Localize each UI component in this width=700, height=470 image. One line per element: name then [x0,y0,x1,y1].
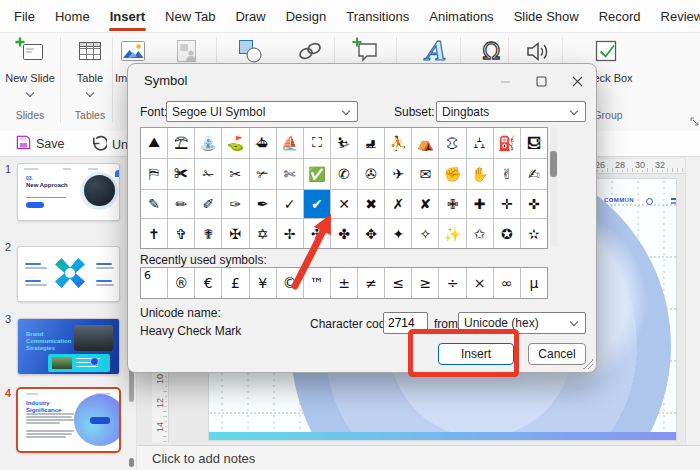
recent-symbol-cell[interactable]: ® [168,268,194,298]
recent-symbol-cell[interactable]: ¥ [250,268,276,298]
symbol-cell[interactable]: ⛴ [250,128,276,158]
menu-item-slide-show[interactable]: Slide Show [504,1,589,32]
symbol-cell[interactable]: ✢ [277,219,303,248]
menu-item-design[interactable]: Design [276,1,336,32]
symbol-cell[interactable]: ✒ [250,190,276,219]
slide-thumbnail-3[interactable]: Brand Communication Strategies [17,318,120,375]
menu-item-new-tab[interactable]: New Tab [155,1,225,32]
menu-item-file[interactable]: File [4,1,45,32]
symbol-cell[interactable]: ✌ [494,159,520,189]
recent-symbol-cell[interactable]: ≠ [358,268,384,298]
dialog-launcher-icon[interactable] [690,112,699,121]
symbol-cell[interactable]: ✗ [385,190,411,219]
symbol-cell[interactable]: ⛷ [331,128,357,158]
new-slide-button[interactable]: New Slide [2,36,58,103]
menu-item-review[interactable]: Review [651,1,700,32]
symbol-cell[interactable]: ✜ [521,190,547,219]
recent-symbol-cell[interactable]: £ [222,268,248,298]
close-icon[interactable] [562,70,592,92]
symbol-cell[interactable]: ✠ [222,219,248,248]
symbol-cell[interactable]: ⛵ [277,128,303,158]
menu-item-record[interactable]: Record [589,1,651,32]
symbol-cell[interactable]: ⛽ [494,128,520,158]
panel-scrollbar-end[interactable] [129,458,134,467]
notes-pane[interactable]: Click to add notes [137,445,700,470]
cancel-button[interactable]: Cancel [528,343,586,365]
insert-button[interactable]: Insert [438,343,514,365]
symbol-cell[interactable]: ⛰ [141,128,167,158]
menu-item-draw[interactable]: Draw [225,1,275,32]
symbol-cell[interactable]: ✘ [412,190,438,219]
recent-symbol-cell[interactable]: © [277,268,303,298]
symbol-cell[interactable]: ⛾ [521,128,547,158]
symbol-cell[interactable]: ⛱ [168,128,194,158]
menu-item-insert[interactable]: Insert [100,1,155,32]
symbol-cell[interactable]: ✏ [168,190,194,219]
symbol-cell[interactable]: ✙ [439,190,465,219]
symbol-cell[interactable]: ✖ [358,190,384,219]
symbol-cell[interactable]: ✅ [304,159,330,189]
slide-thumbnail-2[interactable] [17,246,120,302]
symbol-cell[interactable]: ⛸ [358,128,384,158]
recent-symbol-cell[interactable]: 6 [141,268,167,298]
symbol-cell[interactable]: ⛳ [222,128,248,158]
scrollbar-thumb[interactable] [550,151,557,177]
symbol-cell[interactable]: ⛹ [385,128,411,158]
recent-symbol-cell[interactable]: × [467,268,493,298]
symbol-cell[interactable]: ⛶ [304,128,330,158]
symbol-cell[interactable]: ✉ [412,159,438,189]
canvas-scrollbar[interactable] [685,157,700,445]
maximize-button[interactable] [526,70,556,92]
menu-item-home[interactable]: Home [45,1,100,32]
symbol-cell[interactable]: ✃ [250,159,276,189]
symbol-cell[interactable]: ✟ [195,219,221,248]
recent-symbol-cell[interactable]: ∞ [494,268,520,298]
symbol-cell[interactable]: ✫ [521,219,547,248]
symbol-cell[interactable]: ⛲ [195,128,221,158]
symbol-cell[interactable]: ✪ [494,219,520,248]
symbol-cell[interactable]: ✂ [222,159,248,189]
symbol-cell[interactable]: ✈ [385,159,411,189]
symbol-cell[interactable]: ✓ [277,190,303,219]
symbol-cell[interactable]: ✚ [467,190,493,219]
symbol-cell[interactable]: ✇ [358,159,384,189]
symbol-cell[interactable]: ✑ [222,190,248,219]
symbol-cell[interactable]: ✝ [141,219,167,248]
recent-symbol-cell[interactable]: ≤ [385,268,411,298]
symbol-cell[interactable]: ✤ [331,219,357,248]
menu-item-animations[interactable]: Animations [419,1,503,32]
symbol-cell[interactable]: ✐ [195,190,221,219]
symbol-cell[interactable]: ✨ [439,219,465,248]
slide-thumbnail-1[interactable]: 03. New Approach [17,163,120,221]
character-code-input[interactable] [383,312,428,334]
symbol-cell[interactable]: ✛ [494,190,520,219]
symbol-cell[interactable]: ✎ [141,190,167,219]
symbol-cell[interactable]: ✆ [331,159,357,189]
recent-symbol-cell[interactable]: ≥ [412,268,438,298]
subset-combobox[interactable]: Dingbats [436,101,586,122]
symbol-cell[interactable]: ✦ [385,219,411,248]
symbol-cell[interactable]: ✀ [168,159,194,189]
dialog-resize-grip[interactable] [583,359,593,369]
symbol-cell[interactable]: ⛺ [412,128,438,158]
recent-symbol-cell[interactable]: € [195,268,221,298]
font-combobox[interactable]: Segoe UI Symbol [166,101,358,122]
symbol-cell[interactable]: ✍ [521,159,547,189]
symbol-cell[interactable]: ✕ [331,190,357,219]
slide-thumbnail-4-selected[interactable]: Industry Significance [16,387,121,453]
symbol-cell[interactable]: ✁ [195,159,221,189]
symbol-cell[interactable]: ✣ [304,219,330,248]
save-button[interactable]: Save [16,135,65,153]
symbol-grid-scrollbar[interactable] [550,127,557,247]
recent-symbol-cell[interactable]: µ [521,268,547,298]
symbol-cell-selected[interactable]: ✔ [304,190,330,219]
recent-symbol-cell[interactable]: ™ [304,268,330,298]
symbol-cell[interactable]: ✊ [439,159,465,189]
symbol-cell[interactable]: ⛻ [439,128,465,158]
recent-symbol-cell[interactable]: ÷ [439,268,465,298]
recent-symbol-cell[interactable]: ± [331,268,357,298]
from-combobox[interactable]: Unicode (hex) [458,312,586,334]
symbol-cell[interactable]: ⛿ [141,159,167,189]
minimize-button[interactable] [490,70,520,92]
menu-item-transitions[interactable]: Transitions [336,1,419,32]
